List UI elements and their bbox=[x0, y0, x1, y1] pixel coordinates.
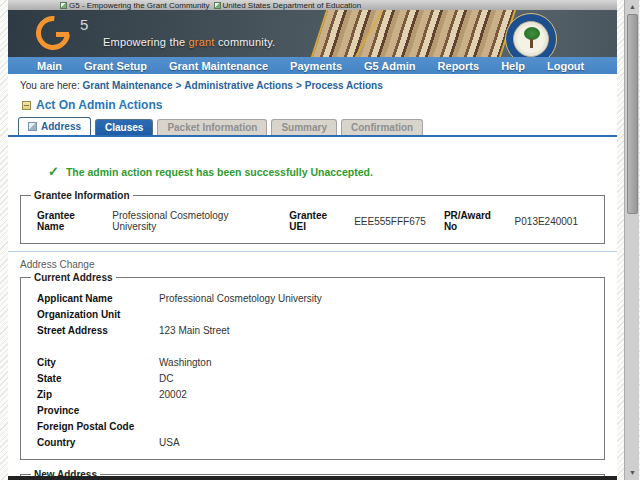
page-icon bbox=[214, 2, 221, 9]
address-row: Organization Unit bbox=[37, 306, 596, 322]
window-title-strip: G5 - Empowering the Grant Community Unit… bbox=[8, 0, 617, 10]
nav-item-reports[interactable]: Reports bbox=[427, 60, 491, 72]
breadcrumb-separator: > bbox=[173, 80, 185, 91]
nav-item-grant-maintenance[interactable]: Grant Maintenance bbox=[158, 60, 279, 72]
nav-item-payments[interactable]: Payments bbox=[279, 60, 353, 72]
main-navigation-bar: Main Grant Setup Grant Maintenance Payme… bbox=[8, 57, 617, 74]
department-of-education-seal-icon bbox=[505, 13, 557, 57]
window-title-item: United States Department of Education bbox=[214, 1, 362, 10]
page-title: Act On Admin Actions bbox=[36, 98, 162, 112]
nav-item-grant-setup[interactable]: Grant Setup bbox=[73, 60, 158, 72]
tab-clauses[interactable]: Clauses bbox=[95, 119, 153, 135]
g5-logo bbox=[36, 16, 74, 54]
breadcrumb-link-grant-maintenance[interactable]: Grant Maintenance bbox=[82, 80, 172, 91]
g5-banner: 5 Empowering the grant community. bbox=[8, 10, 617, 57]
g5-logo-5: 5 bbox=[80, 16, 88, 33]
address-row: CityWashington bbox=[37, 354, 596, 370]
breadcrumb-link-administrative-actions[interactable]: Administrative Actions bbox=[184, 80, 293, 91]
nav-item-main[interactable]: Main bbox=[26, 60, 73, 72]
grantee-information-legend: Grantee Information bbox=[31, 190, 133, 201]
grantee-information-fieldset: Grantee Information Grantee Name Profess… bbox=[20, 190, 605, 244]
window-title-text: G5 - Empowering the Grant Community bbox=[69, 1, 210, 10]
nav-item-g5-admin[interactable]: G5 Admin bbox=[353, 60, 427, 72]
grantee-fields: Grantee Name Professional Cosmetology Un… bbox=[37, 210, 596, 232]
checkmark-icon: ✓ bbox=[48, 164, 59, 179]
g5-logo-g bbox=[29, 10, 77, 57]
tab-underline bbox=[8, 135, 617, 137]
grantee-uei-label: Grantee UEI bbox=[289, 210, 345, 232]
nav-item-logout[interactable]: Logout bbox=[536, 60, 595, 72]
address-row: Province bbox=[37, 402, 596, 418]
current-tab-icon bbox=[28, 122, 37, 131]
address-row: Zip20002 bbox=[37, 386, 596, 402]
breadcrumb-separator: > bbox=[293, 80, 305, 91]
address-change-section-label: Address Change bbox=[20, 259, 617, 270]
scrollbar-up-arrow-icon[interactable]: ▲ bbox=[627, 2, 638, 12]
page-title-row: Act On Admin Actions bbox=[22, 98, 617, 112]
page-icon bbox=[60, 2, 67, 9]
section-divider bbox=[8, 251, 617, 252]
grantee-name-value: Professional Cosmetology University bbox=[112, 210, 271, 232]
section-collapse-icon[interactable] bbox=[22, 101, 31, 110]
grantee-name-label: Grantee Name bbox=[37, 210, 103, 232]
breadcrumb: You are here: Grant Maintenance>Administ… bbox=[8, 74, 617, 91]
main-content: You are here: Grant Maintenance>Administ… bbox=[8, 74, 617, 476]
window-title-item: G5 - Empowering the Grant Community bbox=[60, 1, 210, 10]
window-title-text: United States Department of Education bbox=[223, 1, 362, 10]
address-row: CountryUSA bbox=[37, 434, 596, 450]
scrollbar-thumb[interactable] bbox=[627, 14, 638, 214]
current-address-fieldset: Current Address Applicant NameProfession… bbox=[20, 272, 605, 460]
address-row: Street Address123 Main Street bbox=[37, 322, 596, 338]
current-address-legend: Current Address bbox=[31, 272, 116, 283]
address-row: Foreign Postal Code bbox=[37, 418, 596, 434]
nav-item-help[interactable]: Help bbox=[490, 60, 536, 72]
tab-bar: Address Clauses Packet Information Summa… bbox=[18, 117, 617, 135]
banner-tagline: Empowering the grant community. bbox=[103, 36, 275, 48]
address-row bbox=[37, 338, 596, 354]
scrollbar-down-arrow-icon[interactable]: ▼ bbox=[627, 468, 638, 478]
tab-confirmation: Confirmation bbox=[341, 119, 423, 135]
tab-address[interactable]: Address bbox=[18, 117, 91, 135]
pr-award-no-label: PR/Award No bbox=[444, 210, 506, 232]
current-address-rows: Applicant NameProfessional Cosmetology U… bbox=[29, 290, 596, 450]
breadcrumb-link-process-actions[interactable]: Process Actions bbox=[305, 80, 383, 91]
address-row: Applicant NameProfessional Cosmetology U… bbox=[37, 290, 596, 306]
address-row: StateDC bbox=[37, 370, 596, 386]
grantee-uei-value: EEE555FFF675 bbox=[354, 216, 426, 227]
vertical-scrollbar[interactable]: ▲ ▼ bbox=[624, 0, 639, 480]
g5-application-window: G5 - Empowering the Grant Community Unit… bbox=[0, 0, 640, 480]
tab-packet-information: Packet Information bbox=[157, 119, 267, 135]
tab-summary: Summary bbox=[271, 119, 337, 135]
success-message: ✓ The admin action request has been succ… bbox=[48, 164, 617, 179]
breadcrumb-prefix: You are here: bbox=[20, 80, 80, 91]
pr-award-no-value: P013E240001 bbox=[515, 216, 578, 227]
bottom-window-edge bbox=[8, 476, 617, 480]
success-message-text: The admin action request has been succes… bbox=[66, 166, 373, 178]
